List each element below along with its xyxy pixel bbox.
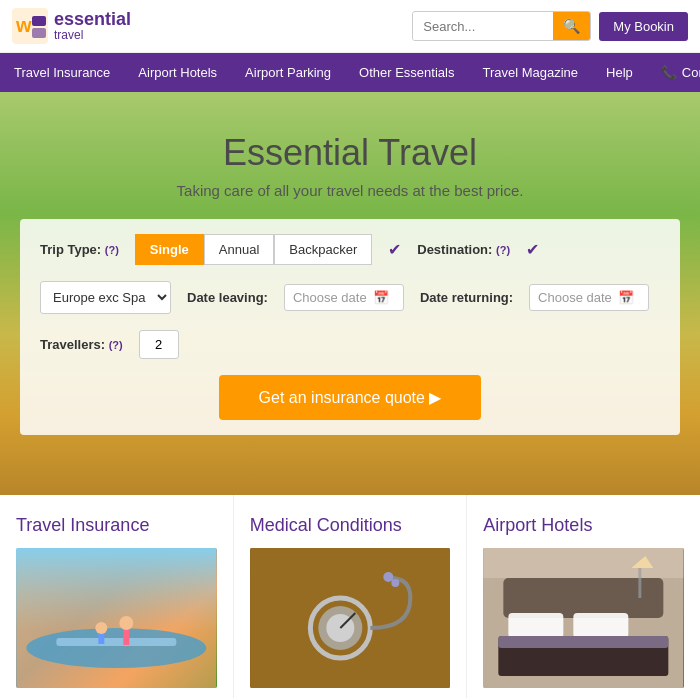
svg-point-18 [391, 579, 399, 587]
nav-item-airport-parking[interactable]: Airport Parking [231, 53, 345, 92]
logo-text: essential travel [54, 10, 131, 43]
svg-text:w: w [15, 14, 32, 36]
nav-item-airport-hotels[interactable]: Airport Hotels [124, 53, 231, 92]
svg-rect-28 [484, 548, 684, 578]
main-nav: Travel Insurance Airport Hotels Airport … [0, 53, 700, 92]
hero-title: Essential Travel [20, 132, 680, 174]
header-right: 🔍 My Bookin [412, 11, 688, 41]
svg-rect-22 [509, 613, 564, 638]
nav-contact[interactable]: 📞 Cont [647, 53, 700, 92]
card-airport-hotels-image [483, 548, 684, 688]
svg-rect-10 [98, 634, 104, 644]
card-travel-insurance-image [16, 548, 217, 688]
nav-item-other-essentials[interactable]: Other Essentials [345, 53, 468, 92]
destination-label: Destination: (?) [417, 242, 510, 257]
card-travel-insurance: Travel Insurance Whatever [0, 495, 234, 698]
card-airport-hotels-title: Airport Hotels [483, 515, 684, 536]
date-leaving-placeholder: Choose date [293, 290, 367, 305]
cards-section: Travel Insurance Whatever [0, 495, 700, 698]
svg-point-17 [383, 572, 393, 582]
travel-scene-svg [16, 548, 217, 688]
hero-section: Essential Travel Taking care of all your… [0, 92, 700, 495]
get-quote-button[interactable]: Get an insurance quote [219, 375, 482, 420]
calendar-icon-returning: 📅 [618, 290, 634, 305]
svg-rect-3 [32, 28, 46, 38]
svg-rect-23 [574, 613, 629, 638]
svg-rect-8 [123, 630, 129, 645]
search-bar[interactable]: 🔍 [412, 11, 591, 41]
search-button[interactable]: 🔍 [553, 12, 590, 40]
trip-btn-annual[interactable]: Annual [204, 234, 274, 265]
card-medical-conditions-title: Medical Conditions [250, 515, 451, 536]
svg-rect-25 [499, 636, 669, 648]
svg-rect-6 [56, 638, 176, 646]
card-airport-hotels: Airport Hotels There's nothi [467, 495, 700, 698]
svg-rect-2 [32, 16, 46, 26]
logo[interactable]: w essential travel [12, 8, 131, 44]
date-returning-placeholder: Choose date [538, 290, 612, 305]
hero-subtitle: Taking care of all your travel needs at … [20, 182, 680, 199]
travellers-label: Travellers: (?) [40, 337, 123, 352]
travellers-input[interactable] [139, 330, 179, 359]
date-leaving-label: Date leaving: [187, 290, 268, 305]
contact-label: Cont [682, 65, 700, 80]
site-header: w essential travel 🔍 My Bookin [0, 0, 700, 53]
card-medical-conditions-image [250, 548, 451, 688]
form-row-trip: Trip Type: (?) Single Annual Backpacker … [40, 234, 660, 359]
logo-essential: essential [54, 10, 131, 30]
logo-icon: w [12, 8, 48, 44]
date-returning-label: Date returning: [420, 290, 513, 305]
logo-travel: travel [54, 29, 131, 42]
nav-item-help[interactable]: Help [592, 53, 647, 92]
destination-select[interactable]: Europe exc Spa [40, 281, 171, 314]
nav-item-travel-magazine[interactable]: Travel Magazine [468, 53, 592, 92]
calendar-icon-leaving: 📅 [373, 290, 389, 305]
svg-point-7 [119, 616, 133, 630]
search-input[interactable] [413, 13, 553, 40]
search-form: Trip Type: (?) Single Annual Backpacker … [20, 219, 680, 435]
trip-btn-backpacker[interactable]: Backpacker [274, 234, 372, 265]
trip-type-buttons: Single Annual Backpacker [135, 234, 372, 265]
hotel-scene-svg [483, 548, 684, 688]
medical-scene-svg [250, 548, 451, 688]
card-medical-conditions: Medical Conditions Standard travel insur… [234, 495, 468, 698]
date-leaving-input[interactable]: Choose date 📅 [284, 284, 404, 311]
trip-btn-single[interactable]: Single [135, 234, 204, 265]
trip-type-label: Trip Type: (?) [40, 242, 119, 257]
svg-point-9 [95, 622, 107, 634]
phone-icon: 📞 [661, 65, 677, 80]
nav-item-travel-insurance[interactable]: Travel Insurance [0, 53, 124, 92]
svg-point-5 [26, 628, 206, 668]
card-travel-insurance-title: Travel Insurance [16, 515, 217, 536]
date-returning-input[interactable]: Choose date 📅 [529, 284, 649, 311]
my-booking-button[interactable]: My Bookin [599, 12, 688, 41]
destination-check-icon: ✔ [388, 240, 401, 259]
destination-check-icon-2: ✔ [526, 240, 539, 259]
